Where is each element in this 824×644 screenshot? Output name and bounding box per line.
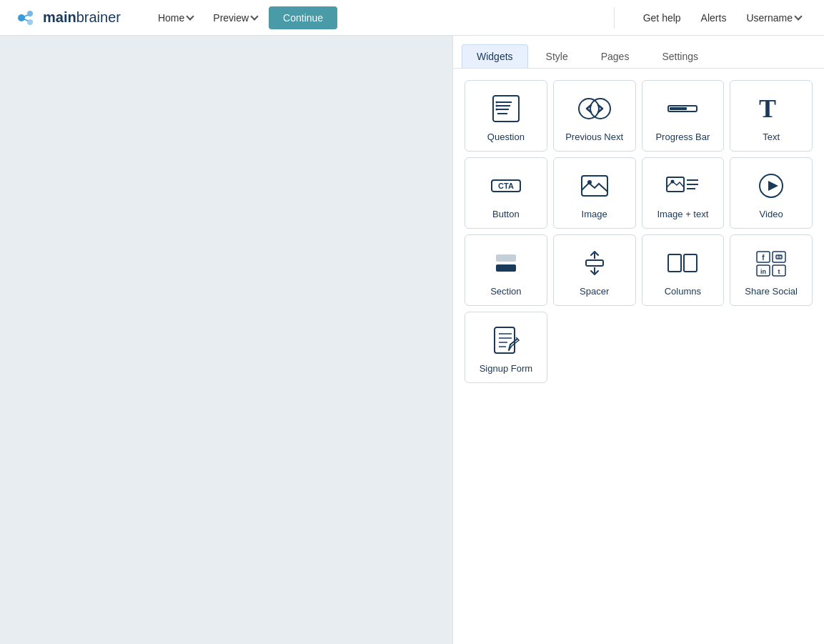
svg-point-2 [27,19,33,25]
main-layout: Widgets Style Pages Settings [0,36,824,644]
svg-text:in: in [760,268,766,275]
svg-rect-30 [496,264,516,272]
svg-line-4 [24,19,28,21]
username-button[interactable]: Username [738,8,810,28]
header-divider [614,7,615,29]
svg-rect-31 [586,260,603,266]
header-right: Get help Alerts Username [635,8,810,28]
video-icon [755,170,787,202]
preview-nav[interactable]: Preview [204,8,266,28]
widget-columns[interactable]: Columns [642,234,725,306]
svg-rect-38 [773,252,785,262]
tab-settings[interactable]: Settings [647,44,713,68]
logo-icon [14,6,37,29]
get-help-button[interactable]: Get help [635,8,690,28]
widgets-grid: Question Previous Next [453,69,824,395]
alerts-button[interactable]: Alerts [693,8,735,28]
share-social-icon: f in t [754,247,788,279]
svg-text:CTA: CTA [498,182,514,190]
widget-question[interactable]: Question [465,80,547,152]
tab-pages[interactable]: Pages [586,44,645,68]
widget-share-social[interactable]: f in t Share Social [730,234,813,306]
question-icon [490,93,522,124]
svg-point-1 [27,11,33,16]
share-social-label: Share Social [745,286,798,297]
canvas-area[interactable] [0,36,452,644]
svg-rect-35 [684,254,697,272]
tab-style[interactable]: Style [531,44,583,68]
svg-point-9 [495,101,497,103]
home-nav[interactable]: Home [149,8,202,28]
tab-widgets[interactable]: Widgets [462,44,528,68]
svg-line-3 [24,15,28,16]
progress-bar-icon [665,93,700,124]
image-text-label: Image + text [657,209,708,219]
svg-point-10 [495,104,497,106]
button-label: Button [492,209,520,219]
widget-signup-form[interactable]: Signup Form [465,312,547,383]
widget-image-text[interactable]: Image + text [642,157,725,229]
svg-point-13 [579,99,599,119]
text-icon: T [755,93,787,124]
progress-bar-label: Progress Bar [655,132,710,142]
widget-image[interactable]: Image [553,157,636,229]
section-icon [490,247,522,279]
svg-text:T: T [759,94,776,123]
svg-rect-34 [668,254,681,272]
widget-video[interactable]: Video [730,157,813,229]
svg-point-14 [590,99,610,119]
signup-form-icon [490,325,522,356]
signup-form-label: Signup Form [480,363,532,374]
nav-links: Home Preview Continue [149,6,608,29]
chevron-down-icon [250,12,258,20]
svg-text:t: t [778,268,780,275]
svg-rect-29 [496,254,516,262]
logo: mainbrainer [14,6,121,29]
image-label: Image [582,209,607,219]
svg-point-21 [587,180,592,184]
chevron-down-icon [187,12,194,20]
header: mainbrainer Home Preview Continue Get he… [0,0,824,36]
tabs: Widgets Style Pages Settings [453,36,824,69]
spacer-label: Spacer [580,286,609,297]
previous-next-label: Previous Next [565,132,623,142]
question-label: Question [487,132,525,142]
svg-point-0 [18,14,25,21]
widget-text[interactable]: T Text [730,80,813,152]
logo-text: mainbrainer [43,9,121,26]
right-panel: Widgets Style Pages Settings [452,36,824,644]
svg-rect-16 [670,107,687,110]
widget-spacer[interactable]: Spacer [553,234,636,306]
svg-point-41 [780,254,782,256]
chevron-down-icon [794,12,802,20]
continue-button[interactable]: Continue [269,6,337,29]
columns-icon [665,247,700,279]
spacer-icon [579,247,610,279]
widget-section[interactable]: Section [465,234,547,306]
video-label: Video [760,209,783,219]
button-icon: CTA [489,170,523,202]
svg-marker-28 [768,181,778,191]
svg-text:f: f [762,254,765,262]
widget-progress-bar[interactable]: Progress Bar [642,80,725,152]
widget-previous-next[interactable]: Previous Next [553,80,636,152]
previous-next-icon [577,93,612,124]
svg-point-23 [671,179,675,183]
section-label: Section [490,286,521,297]
svg-point-40 [778,256,780,258]
image-icon [577,170,612,202]
text-label: Text [763,132,780,142]
svg-point-11 [495,108,497,110]
widget-button[interactable]: CTA Button [465,157,547,229]
columns-label: Columns [665,286,701,297]
svg-rect-46 [495,327,515,353]
image-text-icon [664,170,701,202]
